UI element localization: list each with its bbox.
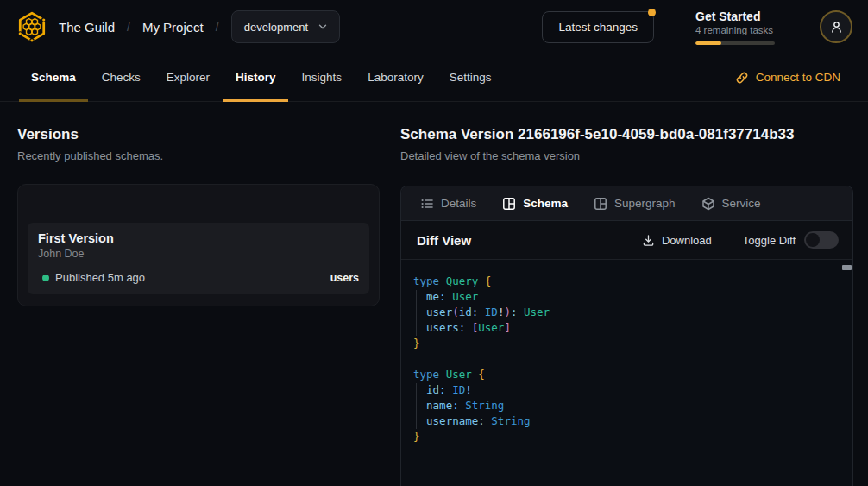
nav-tab-label: Schema [31,71,76,84]
link-icon [735,71,749,85]
tab-label: Supergraph [614,197,676,210]
service-name-badge: users [330,272,359,284]
main-content: Versions Recently published schemas. Fir… [0,102,868,486]
avatar-button[interactable] [820,10,852,43]
breadcrumb-separator: / [216,20,219,34]
main-nav: Schema Checks Explorer History Insights … [0,54,868,102]
nav-tab-label: Settings [450,71,492,84]
code-content: type Query { me: User user(id: ID!): Use… [413,274,832,445]
nav-tab-checks[interactable]: Checks [90,54,153,101]
target-selector-value: development [244,21,308,34]
tab-supergraph[interactable]: Supergraph [594,197,676,211]
tab-service[interactable]: Service [701,197,761,211]
latest-changes-label: Latest changes [558,21,638,34]
columns-icon [594,197,607,211]
version-detail-title: Schema Version 2166196f-5e10-4059-bd0a-0… [400,126,853,143]
detail-tabs: Details Schema [401,186,852,221]
version-status-row: Published 5m ago users [38,271,359,284]
indent-guide [416,290,417,336]
breadcrumb-org-link[interactable]: The Guild [59,20,115,35]
tab-label: Service [722,197,761,210]
get-started-progress-fill [695,41,721,45]
nav-tab-insights[interactable]: Insights [290,54,355,101]
tab-details[interactable]: Details [420,197,476,211]
nav-tab-label: Checks [102,71,141,84]
get-started-title: Get Started [695,9,775,23]
nav-tab-history[interactable]: History [223,54,288,101]
nav-tab-label: Laboratory [368,71,424,84]
published-status-dot [42,275,49,281]
diff-actions: Download Toggle Diff [642,231,839,249]
box-icon [701,197,715,211]
detail-panel: Details Schema [400,186,853,486]
latest-changes-button[interactable]: Latest changes [542,11,654,43]
breadcrumb: The Guild / My Project / development [59,10,340,43]
versions-card: First Version John Doe Published 5m ago … [17,184,380,306]
tab-schema[interactable]: Schema [502,197,568,211]
download-label: Download [662,234,712,247]
nav-tab-label: Insights [302,71,343,84]
get-started-progress-bar [695,41,775,45]
connect-to-cdn-label: Connect to CDN [756,71,840,84]
get-started-widget[interactable]: Get Started 4 remaining tasks [695,9,775,45]
download-button[interactable]: Download [642,234,712,247]
notification-dot [648,9,656,16]
version-list-item[interactable]: First Version John Doe Published 5m ago … [28,223,369,294]
toggle-diff-label: Toggle Diff [743,234,796,247]
versions-panel: Versions Recently published schemas. Fir… [17,126,380,486]
version-name: First Version [38,231,359,245]
tab-label: Details [441,197,476,210]
diff-header: Diff View Download Toggle Diff [401,221,852,260]
chevron-down-icon [317,21,329,33]
indent-guide [416,383,417,429]
version-status-text: Published 5m ago [55,271,145,284]
code-block: type Query { me: User user(id: ID!): Use… [401,260,852,486]
get-started-subtitle: 4 remaining tasks [695,25,775,35]
hive-logo-icon[interactable] [16,10,48,43]
nav-tab-schema[interactable]: Schema [19,54,88,101]
version-author: John Doe [38,248,359,260]
nav-tabs: Schema Checks Explorer History Insights … [19,54,503,101]
diff-view-title: Diff View [417,233,471,248]
user-icon [829,20,844,35]
app-header: The Guild / My Project / development Lat… [0,0,868,54]
nav-tab-label: History [236,71,276,84]
breadcrumb-separator: / [127,20,130,34]
list-icon [420,197,434,211]
versions-subtitle: Recently published schemas. [17,149,380,162]
version-detail-subtitle: Detailed view of the schema version [400,149,853,162]
version-detail-panel: Schema Version 2166196f-5e10-4059-bd0a-0… [400,126,853,486]
toggle-diff-knob [806,233,820,247]
code-scrollbar[interactable] [840,260,852,486]
tab-label: Schema [523,197,568,210]
nav-spacer [503,54,734,101]
nav-tab-settings[interactable]: Settings [437,54,504,101]
download-icon [642,234,655,247]
nav-tab-label: Explorer [167,71,210,84]
columns-icon [502,197,516,211]
target-selector[interactable]: development [231,10,340,43]
breadcrumb-project-link[interactable]: My Project [142,20,204,35]
connect-to-cdn-button[interactable]: Connect to CDN [735,54,840,101]
code-scrollbar-thumb[interactable] [842,265,852,270]
versions-title: Versions [17,126,380,143]
toggle-diff-switch[interactable] [804,231,839,249]
nav-tab-explorer[interactable]: Explorer [154,54,222,101]
nav-tab-laboratory[interactable]: Laboratory [355,54,436,101]
